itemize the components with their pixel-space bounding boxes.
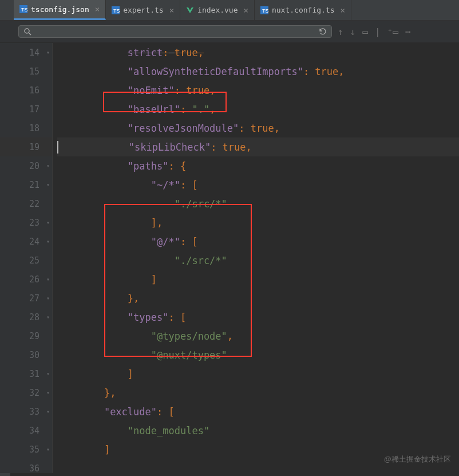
code-line[interactable]: "exclude": [ [57,402,459,421]
line-number: 21▾ [0,175,52,194]
tab-label: index.vue [197,6,238,14]
code-line[interactable]: "@types/node", [57,326,459,345]
line-number: 27▾ [0,289,52,308]
line-number: 33▾ [0,402,52,421]
fold-icon[interactable]: ▾ [46,182,50,188]
close-icon[interactable]: × [95,5,100,14]
vue-icon [186,6,194,14]
tab-label: tsconfig.json [31,5,89,14]
line-number: 32▾ [0,383,52,402]
code-line[interactable]: "allowSyntheticDefaultImports": true, [57,62,459,81]
fold-icon[interactable]: ▾ [46,314,50,320]
fold-icon[interactable]: ▾ [46,390,50,396]
code-line[interactable]: "skipLibCheck": true, [57,137,459,156]
line-number: 22 [0,194,52,213]
tab-label: nuxt.config.ts [272,6,335,14]
fold-icon[interactable]: ▾ [46,219,50,226]
code-line[interactable]: }, [57,383,459,402]
line-number: 16 [0,81,52,100]
tab-tsconfig[interactable]: TS tsconfig.json × [14,0,106,20]
code-line[interactable]: "types": [ [57,308,459,326]
fold-icon[interactable]: ▾ [46,163,50,169]
line-number: 30 [0,345,52,364]
toolbar-actions: ↑ ↓ ▭ | ⁺▭ ⋯ [338,26,410,37]
line-number: 18 [0,119,52,137]
search-icon [23,27,31,36]
line-gutter: 14▾151617181920▾21▾2223▾24▾2526▾27▾28▾29… [0,43,53,473]
code-line[interactable]: "noEmit": true, [57,81,459,100]
line-number: 19 [0,137,52,156]
search-input[interactable] [18,25,332,38]
line-number: 15 [0,62,52,81]
code-editor[interactable]: 14▾151617181920▾21▾2223▾24▾2526▾27▾28▾29… [0,43,459,473]
separator-icon: | [375,26,381,37]
line-number: 35▾ [0,440,52,459]
editor-tabs: TS tsconfig.json × TS expert.ts × index.… [0,0,459,21]
close-icon[interactable]: × [169,6,174,15]
code-line[interactable]: "~/*": [ [57,175,459,194]
close-icon[interactable]: × [244,6,248,15]
code-line[interactable]: "./src/*" [57,194,459,213]
search-toolbar: ↑ ↓ ▭ | ⁺▭ ⋯ [0,21,459,43]
tab-nuxt-config[interactable]: TS nuxt.config.ts × [255,0,351,20]
svg-line-8 [29,33,31,35]
line-number: 36 [0,459,52,476]
code-line[interactable]: "@/*": [ [57,232,459,251]
arrow-up-icon[interactable]: ↑ [338,26,343,37]
fold-icon[interactable]: ▾ [46,371,50,377]
watermark: @稀土掘金技术社区 [384,454,451,465]
svg-point-7 [25,29,29,33]
fold-icon[interactable]: ▾ [46,295,50,301]
ts-json-icon: TS [19,5,27,13]
code-line[interactable]: "baseUrl": ".", [57,100,459,119]
close-icon[interactable]: × [341,6,345,15]
fold-icon[interactable]: ▾ [46,446,50,453]
fold-icon[interactable]: ▾ [46,49,50,56]
line-number: 26▾ [0,270,52,289]
line-number: 31▾ [0,364,52,383]
svg-text:TS: TS [21,7,27,13]
line-number: 24▾ [0,232,52,251]
code-line[interactable]: }, [57,289,459,308]
tab-expert[interactable]: TS expert.ts × [106,0,180,20]
code-line[interactable]: "paths": { [57,156,459,175]
line-number: 17 [0,100,52,119]
svg-marker-4 [187,7,193,13]
line-number: 29 [0,326,52,345]
svg-text:TS: TS [113,8,120,14]
add-selection-icon[interactable]: ⁺▭ [387,26,398,37]
line-number: 14▾ [0,43,52,62]
fold-icon[interactable]: ▾ [46,408,50,415]
code-line[interactable]: "resolveJsonModule": true, [57,119,459,137]
ts-icon: TS [112,6,120,14]
svg-text:TS: TS [262,8,268,14]
line-number: 20▾ [0,156,52,175]
ts-icon: TS [260,6,268,14]
line-number: 34 [0,421,52,440]
arrow-down-icon[interactable]: ↓ [350,26,356,37]
code-area[interactable]: strict: true, "allowSyntheticDefaultImpo… [53,43,459,473]
tab-label: expert.ts [123,6,163,14]
history-icon[interactable] [319,27,327,36]
fold-icon[interactable]: ▾ [46,276,50,282]
code-line[interactable]: "@nuxt/types" [57,345,459,364]
line-number: 25 [0,251,52,270]
code-line[interactable]: ], [57,213,459,232]
fold-icon[interactable]: ▾ [46,238,50,245]
tab-index-vue[interactable]: index.vue × [180,0,255,20]
code-line[interactable]: "./src/*" [57,251,459,270]
more-icon[interactable]: ⋯ [405,26,411,37]
line-number: 28▾ [0,308,52,326]
line-number: 23▾ [0,213,52,232]
code-line[interactable]: strict: true, [57,43,459,62]
select-all-icon[interactable]: ▭ [362,26,368,37]
code-line[interactable]: ] [57,270,459,289]
code-line[interactable]: ] [57,364,459,383]
code-line[interactable]: "node_modules" [57,421,459,440]
